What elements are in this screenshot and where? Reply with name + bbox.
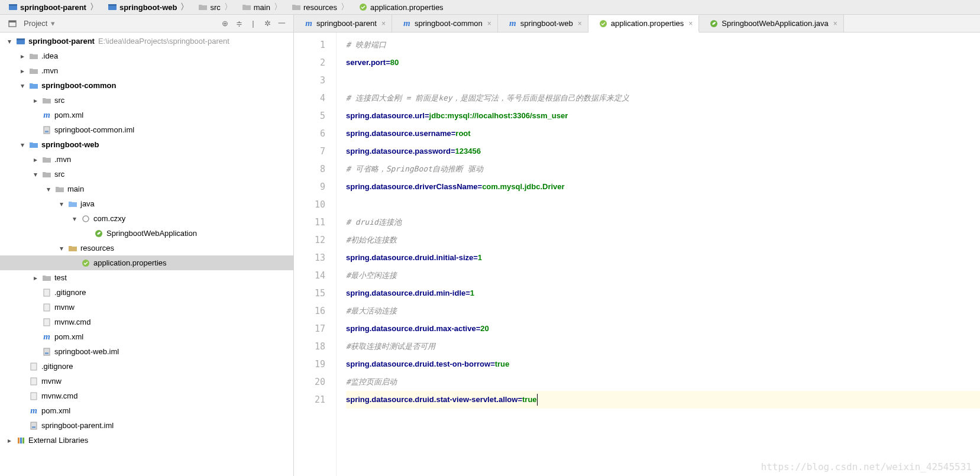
code-line[interactable]: # 映射端口 xyxy=(346,36,980,54)
tree-row[interactable]: mpom.xml xyxy=(0,108,293,122)
editor-tab[interactable]: application.properties× xyxy=(588,15,700,33)
tree-twisty[interactable]: ▸ xyxy=(6,436,13,445)
locate-icon[interactable]: ⊕ xyxy=(219,18,231,30)
breadcrumb-item[interactable]: application.properties xyxy=(354,0,448,14)
tree-row[interactable]: ▾springboot-web xyxy=(0,137,293,152)
tree-row[interactable]: springboot-common.iml xyxy=(0,122,293,137)
editor-tab[interactable]: mspringboot-common× xyxy=(392,15,498,32)
tree-twisty[interactable]: ▾ xyxy=(58,200,65,208)
breadcrumb-item[interactable]: src〉 xyxy=(193,0,237,14)
code-line[interactable]: spring.datasource.driverClassName=com.my… xyxy=(346,178,980,196)
code-line[interactable]: # 可省略，SpringBoot自动推断 驱动 xyxy=(346,160,980,178)
breadcrumb-item[interactable]: main〉 xyxy=(237,0,287,14)
tree-row[interactable]: ▾main xyxy=(0,182,293,196)
tree-row[interactable]: mvnw.cmd xyxy=(0,315,293,329)
tree-twisty[interactable]: ▸ xyxy=(19,52,26,60)
spring-icon xyxy=(93,228,104,239)
code-line[interactable]: spring.datasource.druid.min-idle=1 xyxy=(346,284,980,302)
code-line[interactable]: spring.datasource.druid.max-active=20 xyxy=(346,320,980,338)
breadcrumb-item[interactable]: springboot-web〉 xyxy=(103,0,194,14)
editor-tab[interactable]: SpringbootWebApplication.java× xyxy=(699,15,843,32)
tree-row[interactable]: ▾src xyxy=(0,167,293,182)
tree-label: src xyxy=(54,96,64,105)
tree-row[interactable]: mpom.xml xyxy=(0,403,293,418)
breadcrumb-item[interactable]: resources〉 xyxy=(287,0,354,14)
code-line[interactable]: spring.datasource.username=root xyxy=(346,125,980,143)
code-line[interactable]: spring.datasource.password=123456 xyxy=(346,143,980,160)
tree-twisty[interactable]: ▸ xyxy=(19,67,26,75)
code-line[interactable]: server.port=80 xyxy=(346,54,980,72)
code-line[interactable] xyxy=(346,196,980,213)
line-number: 5 xyxy=(294,107,325,125)
close-icon[interactable]: × xyxy=(381,20,386,28)
tree-row[interactable]: ▾springboot-parentE:\idea\IdeaProjects\s… xyxy=(0,34,293,48)
code-line[interactable]: spring.datasource.druid.test-on-borrow=t… xyxy=(346,355,980,373)
code-line[interactable]: #初始化连接数 xyxy=(346,231,980,249)
collapse-icon[interactable]: 一 xyxy=(276,18,287,30)
tree-twisty[interactable]: ▾ xyxy=(19,141,26,149)
tree-row[interactable]: application.properties xyxy=(0,255,293,270)
tree-row[interactable]: springboot-parent.iml xyxy=(0,418,293,433)
close-icon[interactable]: × xyxy=(833,20,837,28)
editor[interactable]: 123456789101112131415161718192021 # 映射端口… xyxy=(294,33,980,476)
tree-row[interactable]: ▾resources xyxy=(0,241,293,255)
panel-dropdown[interactable]: ▾ xyxy=(51,19,55,28)
tree-twisty[interactable]: ▾ xyxy=(45,185,52,193)
tree-row[interactable]: SpringbootWebApplication xyxy=(0,226,293,241)
maven-icon: m xyxy=(28,406,39,416)
code-line[interactable]: #最大活动连接 xyxy=(346,302,980,320)
tree-label: mvnw xyxy=(41,377,62,386)
tree-row[interactable]: ▾com.czxy xyxy=(0,211,293,226)
tree-row[interactable]: mpom.xml xyxy=(0,329,293,344)
spring-icon xyxy=(709,18,719,29)
tree-twisty[interactable]: ▸ xyxy=(32,156,39,164)
tree-twisty[interactable]: ▾ xyxy=(6,37,13,46)
tree-row[interactable]: ▸External Libraries xyxy=(0,433,293,448)
tree-row[interactable]: ▸.idea xyxy=(0,48,293,63)
breadcrumb-item[interactable]: springboot-parent〉 xyxy=(4,0,103,14)
tree-row[interactable]: ▾springboot-common xyxy=(0,78,293,93)
close-icon[interactable]: × xyxy=(487,20,491,28)
code-line[interactable]: spring.datasource.url=jdbc:mysql://local… xyxy=(346,107,980,125)
tree-row[interactable]: ▸test xyxy=(0,270,293,285)
expand-icon[interactable]: ≑ xyxy=(233,18,245,30)
editor-tab[interactable]: mspringboot-parent× xyxy=(294,15,392,32)
tree-row[interactable]: .gitignore xyxy=(0,285,293,300)
code-line[interactable]: #监控页面启动 xyxy=(346,373,980,391)
tree-row[interactable]: ▸.mvn xyxy=(0,63,293,78)
code-line[interactable]: spring.datasource.druid.stat-view-servle… xyxy=(346,391,980,409)
code-line[interactable]: # druid连接池 xyxy=(346,213,980,231)
line-number: 13 xyxy=(294,249,325,267)
tree-row[interactable]: mvnw.cmd xyxy=(0,388,293,403)
tree-twisty[interactable]: ▸ xyxy=(32,96,39,105)
tree-row[interactable]: ▾java xyxy=(0,196,293,211)
folder-dim-icon xyxy=(41,273,52,283)
code-line[interactable] xyxy=(346,72,980,89)
tree-row[interactable]: ▸src xyxy=(0,93,293,108)
tree-twisty[interactable]: ▾ xyxy=(58,244,65,252)
editor-tab[interactable]: mspringboot-web× xyxy=(498,15,588,32)
code-line[interactable]: #获取连接时测试是否可用 xyxy=(346,338,980,355)
code-line[interactable]: #最小空闲连接 xyxy=(346,267,980,284)
divider-icon: | xyxy=(247,18,259,30)
tree-row[interactable]: springboot-web.iml xyxy=(0,344,293,359)
close-icon[interactable]: × xyxy=(578,20,582,28)
project-tree[interactable]: ▾springboot-parentE:\idea\IdeaProjects\s… xyxy=(0,33,293,476)
tree-twisty[interactable]: ▾ xyxy=(71,215,78,223)
tree-twisty[interactable]: ▾ xyxy=(19,82,26,90)
tree-twisty[interactable]: ▸ xyxy=(32,274,39,282)
tree-row[interactable]: mvnw xyxy=(0,300,293,315)
gutter: 123456789101112131415161718192021 xyxy=(294,33,337,476)
code-area[interactable]: # 映射端口server.port=80 # 连接四大金刚 = 前面是key，是… xyxy=(337,33,980,476)
workspace: Project ▾ ⊕ ≑ | ✲ 一 ▾springboot-parentE:… xyxy=(0,15,980,476)
gear-icon[interactable]: ✲ xyxy=(261,18,273,30)
tab-label: springboot-common xyxy=(415,19,483,28)
tree-twisty[interactable]: ▾ xyxy=(32,170,39,179)
code-line[interactable]: spring.datasource.druid.initial-size=1 xyxy=(346,249,980,267)
chevron-right-icon: 〉 xyxy=(224,2,232,12)
tree-row[interactable]: .gitignore xyxy=(0,359,293,374)
tree-row[interactable]: ▸.mvn xyxy=(0,152,293,167)
code-line[interactable]: # 连接四大金刚 = 前面是key，是固定写法，等号后面是根据自己的数据库来定义 xyxy=(346,89,980,107)
tree-row[interactable]: mvnw xyxy=(0,374,293,388)
close-icon[interactable]: × xyxy=(688,20,693,28)
